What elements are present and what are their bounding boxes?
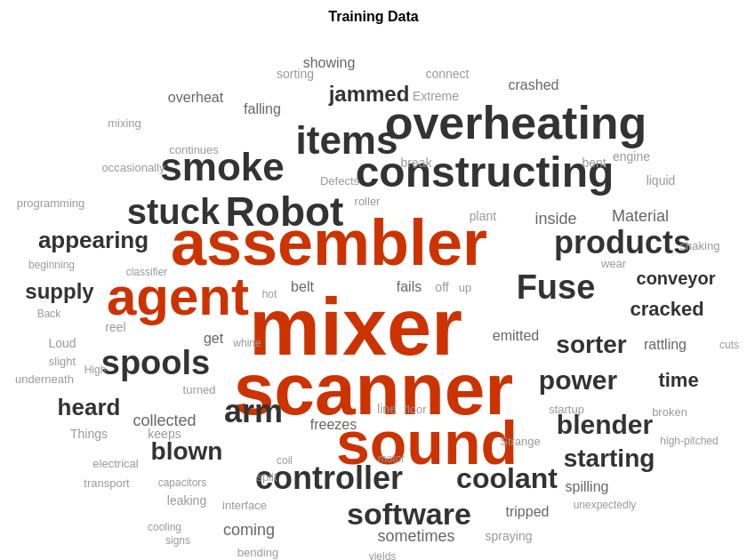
word-fuse: Fuse [517,268,596,307]
word-sometimes: sometimes [377,527,454,546]
word-hot: hot [262,288,277,300]
word-rattling: rattling [644,337,687,353]
word-tripped: tripped [506,504,550,520]
word-motor: motor [378,452,406,465]
word-strange: Strange [500,435,541,448]
word-spraying: spraying [486,529,533,543]
word-things: Things [70,427,108,441]
word-floor: floor [404,403,426,416]
word-cracked: cracked [630,298,703,321]
word-wear: wear [601,257,626,270]
word-overheat: overheat [168,90,223,106]
word-appearing: appearing [38,227,149,254]
word-heard: heard [58,394,121,421]
word-cooling: cooling [148,521,181,533]
word-crashed: crashed [509,77,559,93]
word-shaking: shaking [680,239,720,252]
word-classifier: classifier [126,266,168,278]
word-liquid: liquid [647,173,676,188]
word-yields: yields [369,550,397,560]
word-engine: engine [613,149,650,164]
word-blown: blown [151,437,223,466]
word-power: power [539,365,617,396]
word-capacitors: capacitors [158,476,207,489]
word-programming: programming [17,196,85,210]
word-break: break [400,156,431,170]
word-defects: Defects [320,174,359,188]
word-high-pitched: high-pitched [660,435,718,447]
word-cloud: mixerassemblerscannersoundagentoverheati… [0,25,747,558]
word-signs: signs [165,534,190,547]
word-arm: arm [224,393,283,430]
word-underneath: underneath [15,372,74,386]
word-connect: connect [425,67,469,81]
word-conveyor: conveyor [637,268,716,289]
word-unexpectedly: unexpectedly [574,499,637,511]
word-slight: slight [49,355,76,368]
word-falling: falling [244,101,281,117]
word-occasionally: occasionally [102,161,165,174]
word-bending: bending [237,546,278,559]
word-supply: supply [25,279,93,304]
word-up: up [459,281,471,294]
word-beginning: beginning [28,259,75,271]
word-reel: reel [105,320,125,334]
chart-title: Training Data [0,0,747,25]
word-interface: interface [222,499,267,512]
word-high: High [84,364,107,376]
word-time: time [658,369,698,392]
word-get: get [204,331,223,347]
word-overheating: overheating [385,96,647,149]
word-transport: transport [84,476,129,490]
word-coolant: coolant [456,462,558,495]
word-inside: inside [534,210,576,228]
word-keeps: keeps [148,427,181,441]
word-plant: plant [470,209,496,223]
word-off: off [435,280,448,294]
word-turned: turned [183,383,216,396]
word-startup: startup [549,403,584,416]
word-material: Material [612,207,669,226]
word-split: split [256,470,277,484]
word-fails: fails [397,279,422,295]
word-line: line [377,402,397,416]
word-cuts: cuts [719,339,739,351]
word-whine: whine [233,337,261,349]
chart-container: Training Data mixerassemblerscannersound… [0,0,747,560]
word-extreme: Extreme [413,89,459,103]
word-spilling: spilling [566,479,609,495]
word-sorting: sorting [277,67,314,81]
word-roller: roller [355,195,381,208]
word-broken: broken [652,405,687,419]
word-freezes: freezes [310,417,357,433]
word-items: items [296,118,398,163]
word-jammed: jammed [329,82,410,107]
word-coming: coming [223,521,275,540]
word-sorter: sorter [556,331,626,359]
word-emitted: emitted [493,328,539,344]
word-back: Back [37,308,61,320]
word-coil: coil [277,454,293,467]
word-bent: bent [582,156,606,170]
word-mixing: mixing [108,116,141,130]
word-electrical: electrical [92,457,138,470]
word-loud: Loud [48,336,76,350]
word-spools: spools [101,344,210,382]
word-belt: belt [291,279,314,295]
word-robot: Robot [226,188,344,236]
word-starting: starting [564,444,655,473]
word-leaking: leaking [167,493,206,508]
word-continues: continues [169,143,219,156]
